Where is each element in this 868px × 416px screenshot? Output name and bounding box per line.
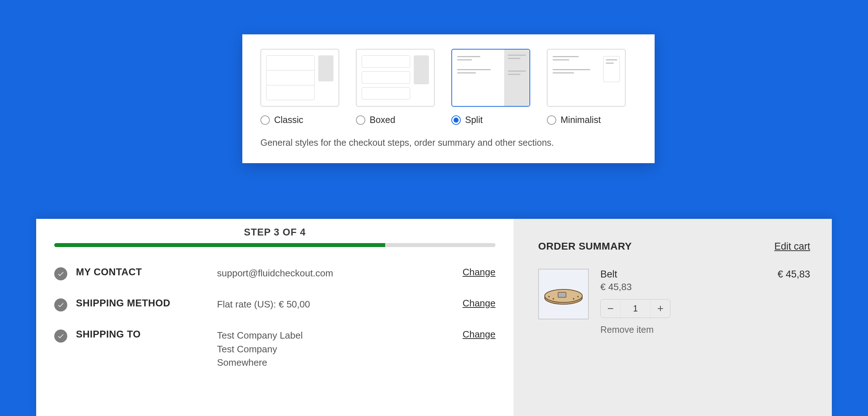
layout-option-label: Split <box>465 115 483 125</box>
qty-decrease-button[interactable]: − <box>601 300 620 318</box>
svg-point-3 <box>548 296 550 297</box>
change-link-shipping-method[interactable]: Change <box>441 298 495 309</box>
check-icon <box>54 330 67 343</box>
check-icon <box>54 267 67 280</box>
layout-settings-description: General styles for the checkout steps, o… <box>260 137 637 148</box>
layout-settings-card: Classic Boxed <box>242 34 655 163</box>
svg-point-4 <box>553 298 554 300</box>
progress-bar <box>54 243 495 247</box>
order-summary-column: ORDER SUMMARY Edit cart Belt € 45,83 <box>514 219 832 416</box>
change-link-contact[interactable]: Change <box>441 267 495 278</box>
svg-point-5 <box>573 298 574 300</box>
checkout-main-column: STEP 3 OF 4 MY CONTACT support@fluidchec… <box>36 219 514 416</box>
remove-item-link[interactable]: Remove item <box>600 324 810 335</box>
layout-option-classic[interactable]: Classic <box>260 49 339 125</box>
layout-preview-minimalist <box>547 49 626 107</box>
product-unit-price: € 45,83 <box>600 281 810 293</box>
edit-cart-link[interactable]: Edit cart <box>774 241 810 252</box>
step-value: support@fluidcheckout.com <box>217 267 438 280</box>
layout-preview-classic <box>260 49 339 107</box>
step-value: Flat rate (US): € 50,00 <box>217 298 438 311</box>
layout-option-split[interactable]: Split <box>451 49 530 125</box>
radio-boxed[interactable] <box>356 115 365 125</box>
check-icon <box>54 298 67 311</box>
checkout-panel: STEP 3 OF 4 MY CONTACT support@fluidchec… <box>36 219 832 416</box>
step-label: MY CONTACT <box>76 267 213 278</box>
change-link-shipping-to[interactable]: Change <box>441 329 495 340</box>
step-value: Test Company Label Test Company Somewher… <box>217 329 438 370</box>
radio-classic[interactable] <box>260 115 270 125</box>
order-summary-title: ORDER SUMMARY <box>538 241 632 252</box>
svg-rect-2 <box>558 292 566 297</box>
layout-option-label: Classic <box>274 115 303 125</box>
radio-minimalist[interactable] <box>547 115 556 125</box>
layout-preview-boxed <box>356 49 435 107</box>
layout-preview-split <box>451 49 530 107</box>
step-label: SHIPPING TO <box>76 329 213 340</box>
cart-item: Belt € 45,83 € 45,83 − 1 + Remove item <box>538 269 810 335</box>
quantity-stepper: − 1 + <box>600 299 671 318</box>
progress-bar-fill <box>54 243 385 247</box>
step-row-shipping-to: SHIPPING TO Test Company Label Test Comp… <box>54 329 495 370</box>
radio-split[interactable] <box>451 115 461 125</box>
layout-options-row: Classic Boxed <box>260 49 637 125</box>
qty-increase-button[interactable]: + <box>651 300 670 318</box>
layout-option-label: Minimalist <box>561 115 601 125</box>
step-indicator: STEP 3 OF 4 <box>54 227 495 238</box>
step-row-shipping-method: SHIPPING METHOD Flat rate (US): € 50,00 … <box>54 298 495 311</box>
product-thumbnail <box>538 269 589 319</box>
svg-point-6 <box>577 296 579 297</box>
layout-option-minimalist[interactable]: Minimalist <box>547 49 626 125</box>
product-line-total: € 45,83 <box>778 269 810 280</box>
product-name: Belt <box>600 269 617 280</box>
step-row-contact: MY CONTACT support@fluidcheckout.com Cha… <box>54 267 495 280</box>
layout-option-boxed[interactable]: Boxed <box>356 49 435 125</box>
qty-value: 1 <box>620 300 651 318</box>
step-label: SHIPPING METHOD <box>76 298 213 309</box>
layout-option-label: Boxed <box>370 115 395 125</box>
